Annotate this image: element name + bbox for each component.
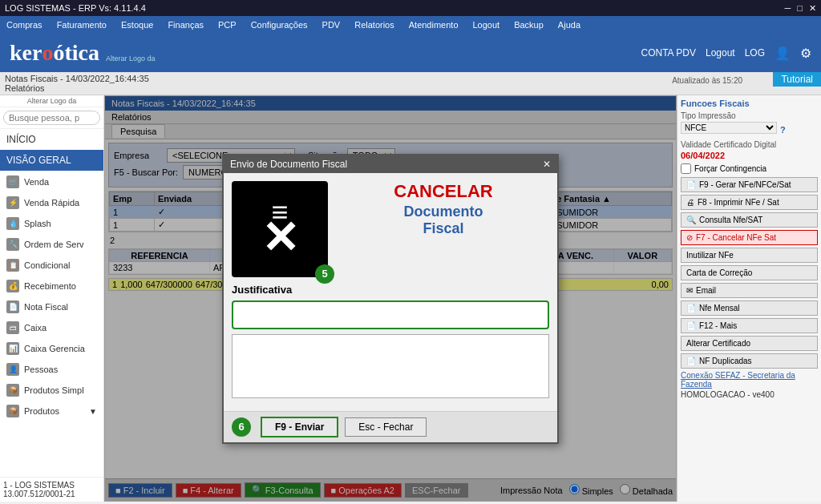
cancelar-icon: ⊘ (686, 233, 693, 242)
modal-overlay: Envio de Documento Fiscal ✕ ≡ (105, 96, 676, 501)
validity-date: 06/04/2022 (681, 151, 818, 160)
venda-icon: 🛒 (6, 175, 19, 188)
modal-text-area: CANCELAR Documento Fiscal (338, 181, 549, 244)
settings-icon[interactable]: ⚙ (800, 46, 811, 61)
close-btn[interactable]: ✕ (809, 3, 816, 14)
email-btn[interactable]: ✉ Email (681, 283, 818, 298)
nav-produtos-simpl[interactable]: 📦Produtos Simpl (0, 380, 103, 401)
logo-subtitle: Alterar Logo da (106, 54, 156, 62)
menu-faturamento[interactable]: Faturamento (54, 18, 110, 31)
f9-gerar-btn[interactable]: 📄 F9 - Gerar NFe/NFCe/Sat (681, 177, 818, 192)
modal-title: Envio de Documento Fiscal (230, 159, 347, 170)
menu-config[interactable]: Configurações (248, 18, 311, 31)
menu-bar: Compras Faturamento Estoque Finanças PCP… (0, 16, 821, 34)
modal-icon-row: ≡ ✕ 5 CANCELAR Documento (232, 181, 549, 277)
nav-venda[interactable]: 🛒Venda (0, 171, 103, 192)
step5-badge: 5 (315, 264, 334, 284)
header-right: CONTA PDV Logout LOG 👤 ⚙ (641, 46, 811, 61)
menu-compras[interactable]: Compras (3, 18, 46, 31)
content-area: Notas Fiscais - 14/03/2022_16:44:35 Rela… (104, 95, 821, 502)
menu-pcp[interactable]: PCP (215, 18, 240, 31)
log-btn[interactable]: LOG (745, 47, 765, 58)
nav-venda-rapida[interactable]: ⚡Venda Rápida (0, 192, 103, 213)
nfe-mensal-btn[interactable]: 📄 Nfe Mensal (681, 300, 818, 316)
forcar-contingencia-checkbox[interactable] (681, 163, 691, 174)
menu-financas[interactable]: Finanças (164, 18, 207, 31)
title-bar: LOG SISTEMAS - ERP Vs: 4.11.4.4 ─ □ ✕ (0, 0, 821, 16)
menu-relatorios[interactable]: Relatorios (351, 18, 398, 31)
menu-backup[interactable]: Backup (511, 18, 547, 31)
nf-window: Notas Fiscais - 14/03/2022_16:44:35 Rela… (104, 95, 677, 502)
conexao-sefaz-link[interactable]: Conexão SEFAZ - Secretaria da Fazenda (681, 371, 818, 389)
maximize-btn[interactable]: □ (797, 3, 803, 14)
cancel-x-icon: ✕ (261, 216, 299, 260)
nav-caixa[interactable]: 🗃Caixa (0, 317, 103, 338)
nav-visao-geral[interactable]: VISÃO GERAL (0, 150, 103, 171)
cancel-title: CANCELAR (338, 181, 549, 202)
window-controls: ─ □ ✕ (785, 3, 816, 14)
alterar-cert-btn[interactable]: Alterar Certificado (681, 336, 818, 351)
nav-condicional[interactable]: 📋Condicional (0, 255, 103, 276)
menu-ajuda[interactable]: Ajuda (555, 18, 584, 31)
f12-icon: 📄 (686, 321, 696, 330)
tutorial-btn[interactable]: Tutorial (773, 72, 821, 87)
nav-ordem-serv[interactable]: 🔧Ordem de Serv (0, 234, 103, 255)
modal-title-bar: Envio de Documento Fiscal ✕ (224, 155, 557, 173)
search-input[interactable] (3, 111, 100, 125)
user-icon[interactable]: 👤 (774, 46, 791, 61)
search-box (0, 107, 103, 129)
esc-fechar-modal-btn[interactable]: Esc - Fechar (345, 417, 427, 437)
nf-duplicadas-btn[interactable]: 📄 NF Duplicadas (681, 353, 818, 369)
nav-recebimento[interactable]: 💰Recebimento (0, 276, 103, 296)
nav-produtos[interactable]: 📦Produtos▼ (0, 401, 103, 421)
nav-inicio[interactable]: INÍCIO (0, 129, 103, 150)
nav-pessoas[interactable]: 👤Pessoas (0, 359, 103, 380)
f9-enviar-btn[interactable]: F9 - Enviar (261, 417, 338, 437)
inutilizar-btn[interactable]: Inutilizar NFe (681, 248, 818, 263)
logo-text: ker (10, 40, 42, 66)
f8-icon: 🖨 (686, 198, 694, 207)
updated-label: Atualizado às 15:20 (665, 75, 749, 87)
step6-badge: 6 (232, 417, 251, 437)
f12-mais-btn[interactable]: 📄 F12 - Mais (681, 318, 818, 333)
f8-imprimir-btn[interactable]: 🖨 F8 - Imprimir NFe / Sat (681, 195, 818, 210)
pessoas-icon: 👤 (6, 363, 19, 376)
nav-caixa-gerencia[interactable]: 📊Caixa Gerencia (0, 338, 103, 359)
panel-title: Funcoes Fiscais (681, 99, 818, 108)
f7-cancelar-btn[interactable]: ⊘ F7 - Cancelar NFe Sat (681, 230, 818, 245)
produtos-icon: 📦 (6, 405, 19, 417)
company-info: 1 - LOG SISTEMAS 13.007.512/0001-21 (0, 477, 103, 502)
justificativa-label: Justificativa (232, 284, 549, 296)
top-header: ker o ótica Alterar Logo da CONTA PDV Lo… (0, 34, 821, 72)
nfe-mensal-icon: 📄 (686, 304, 696, 312)
nav-splash[interactable]: 💧Splash (0, 213, 103, 234)
f9-icon: 📄 (686, 180, 696, 189)
carta-correcao-btn[interactable]: Carta de Correção (681, 265, 818, 280)
nav-section: 🛒Venda ⚡Venda Rápida 💧Splash 🔧Ordem de S… (0, 171, 103, 421)
logo-accent: o (42, 40, 53, 66)
forcar-contingencia-label: Forçar Contingencia (694, 164, 766, 173)
menu-atendimento[interactable]: Atendimento (406, 18, 462, 31)
minimize-btn[interactable]: ─ (785, 3, 791, 14)
splash-icon: 💧 (6, 217, 19, 230)
recebimento-icon: 💰 (6, 280, 19, 292)
nav-nota-fiscal[interactable]: 📄Nota Fiscal (0, 296, 103, 317)
tipo-impressao-select[interactable]: NFCE (681, 122, 777, 134)
help-icon[interactable]: ? (780, 125, 786, 135)
company-cnpj: 13.007.512/0001-21 (3, 490, 100, 498)
justificativa-input[interactable] (232, 300, 549, 329)
tipo-impressao-label: Tipo Impressão (681, 111, 818, 120)
email-icon: ✉ (686, 286, 693, 295)
logout-btn[interactable]: Logout (706, 47, 735, 58)
justificativa-textarea[interactable] (232, 334, 549, 398)
menu-estoque[interactable]: Estoque (118, 18, 156, 31)
modal-close-icon[interactable]: ✕ (543, 159, 551, 170)
cancel-doc-box: ≡ ✕ (232, 181, 328, 277)
consulta-nfe-btn[interactable]: 🔍 Consulta Nfe/SAT (681, 212, 818, 228)
sidebar-logo-sub: Alterar Logo da (0, 95, 103, 107)
app-title: LOG SISTEMAS - ERP Vs: 4.11.4.4 (5, 3, 146, 13)
menu-pdv[interactable]: PDV (319, 18, 344, 31)
sidebar: Alterar Logo da INÍCIO VISÃO GERAL 🛒Vend… (0, 95, 104, 502)
menu-logout[interactable]: Logout (470, 18, 504, 31)
cancel-icon-container: ≡ ✕ 5 (232, 181, 328, 277)
